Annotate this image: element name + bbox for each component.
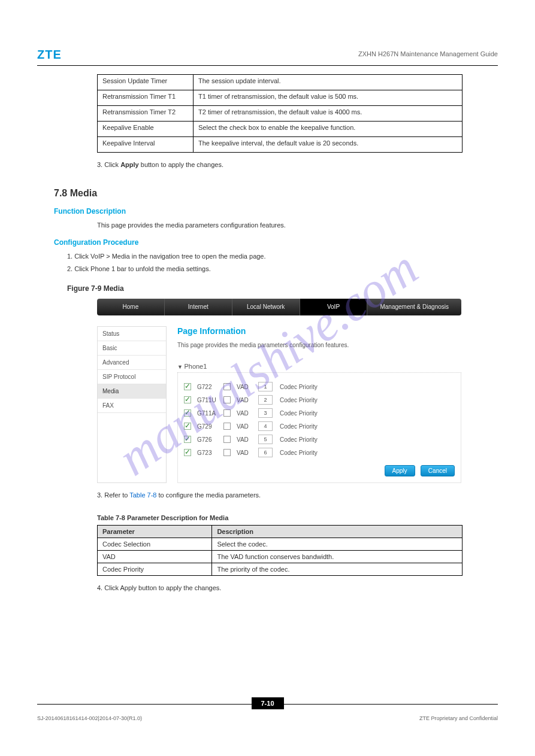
codec-name: G711U <box>197 397 217 403</box>
sidebar-item-media[interactable]: Media <box>98 384 166 399</box>
step-4: 4. Click Apply button to apply the chang… <box>97 583 498 594</box>
codec-checkbox[interactable] <box>184 449 191 456</box>
tbl-ref-link[interactable]: Table 7-8 <box>129 491 156 499</box>
desc-cell: Codec Priority <box>98 563 212 575</box>
param-name: Keepalive Enable <box>98 122 194 137</box>
doc-title: ZXHN H267N Maintenance Management Guide <box>358 50 498 57</box>
cancel-button[interactable]: Cancel <box>421 465 455 476</box>
priority-input[interactable]: 3 <box>258 408 273 418</box>
header-rule <box>37 65 498 66</box>
desc-header: Parameter <box>98 525 212 538</box>
sidebar-item-basic[interactable]: Basic <box>98 341 166 356</box>
vad-label: VAD <box>237 423 252 430</box>
conf-steps: 1. Click VoIP > Media in the navigation … <box>67 251 498 274</box>
footer-right: ZTE Proprietary and Confidential <box>419 715 498 721</box>
priority-input[interactable]: 5 <box>258 435 273 444</box>
codec-checkbox[interactable] <box>184 396 191 403</box>
accordion-phone1[interactable]: Phone1 <box>177 360 461 373</box>
codec-row: G726VAD5Codec Priority <box>184 433 455 446</box>
vad-checkbox[interactable] <box>223 423 231 430</box>
codec-name: G722 <box>197 384 217 390</box>
desc-table: ParameterDescriptionCodec SelectionSelec… <box>97 525 463 576</box>
page-number-badge: 7-10 <box>251 697 283 709</box>
vad-checkbox[interactable] <box>223 383 231 390</box>
priority-input[interactable]: 2 <box>258 395 273 405</box>
sidebar-item-fax[interactable]: FAX <box>98 399 166 413</box>
desc-cell: The VAD function conserves bandwidth. <box>212 550 463 563</box>
sidebar-item-advanced[interactable]: Advanced <box>98 356 166 370</box>
apply-button[interactable]: Apply <box>385 465 415 476</box>
param-desc: T1 timer of retransmission, the default … <box>194 90 463 106</box>
step4-num: 4. <box>97 584 102 591</box>
nav-tab-internet[interactable]: Internet <box>165 299 232 315</box>
vad-label: VAD <box>237 397 252 403</box>
codec-checkbox[interactable] <box>184 383 191 390</box>
sidebar: StatusBasicAdvancedSIP ProtocolMediaFAX <box>97 326 167 483</box>
step4-suffix: button to apply the changes. <box>137 584 221 591</box>
top-nav: HomeInternetLocal NetworkVoIPManagement … <box>97 299 461 315</box>
conf-proc-heading: Configuration Procedure <box>54 238 498 247</box>
step-text: Click <box>104 161 120 168</box>
param-name: Retransmission Timer T1 <box>98 90 194 106</box>
desc-cell: VAD <box>98 550 212 563</box>
param-table: Session Update TimerThe session update i… <box>97 74 463 153</box>
sidebar-item-sip-protocol[interactable]: SIP Protocol <box>98 370 166 384</box>
codec-name: G726 <box>197 436 217 443</box>
apply-label-inline-2: Apply <box>120 584 137 591</box>
func-desc-text: This page provides the media parameters … <box>97 220 498 230</box>
section-heading: 7.8 Media <box>54 188 498 199</box>
codec-row: G722VAD1Codec Priority <box>184 380 455 393</box>
nav-tab-voip[interactable]: VoIP <box>300 299 368 315</box>
param-name: Retransmission Timer T2 <box>98 106 194 122</box>
sidebar-item-status[interactable]: Status <box>98 327 166 341</box>
step-num: 3. <box>97 161 102 168</box>
codec-name: G723 <box>197 450 217 456</box>
priority-label: Codec Priority <box>280 423 318 430</box>
priority-input[interactable]: 4 <box>258 421 273 431</box>
priority-input[interactable]: 1 <box>258 382 273 391</box>
param-name: Keepalive Interval <box>98 137 194 153</box>
codec-row: G729VAD4Codec Priority <box>184 420 455 433</box>
vad-checkbox[interactable] <box>223 396 231 403</box>
codec-checkbox[interactable] <box>184 409 191 417</box>
codec-checkbox[interactable] <box>184 423 191 430</box>
figure-label: Figure 7-9 Media <box>67 284 498 293</box>
page-info-title: Page Information <box>177 326 461 336</box>
param-desc: The keepalive interval, the default valu… <box>194 137 463 153</box>
table-caption: Table 7-8 Parameter Description for Medi… <box>97 514 498 521</box>
codec-row: G723VAD6Codec Priority <box>184 446 455 459</box>
vad-checkbox[interactable] <box>223 436 231 443</box>
vad-label: VAD <box>237 450 252 456</box>
page-footer: 7-10 SJ-20140618161414-002|2014-07-30(R1… <box>37 704 498 721</box>
vad-checkbox[interactable] <box>223 409 231 417</box>
nav-tab-management-diagnosis[interactable]: Management & Diagnosis <box>367 299 461 315</box>
conf-step: 1. Click VoIP > Media in the navigation … <box>67 251 498 262</box>
codec-checkbox[interactable] <box>184 436 191 443</box>
tbl-ref-suffix: to configure the media parameters. <box>156 491 261 499</box>
desc-cell: The priority of the codec. <box>212 563 463 575</box>
codec-row: G711UVAD2Codec Priority <box>184 393 455 406</box>
priority-label: Codec Priority <box>280 450 318 456</box>
vad-label: VAD <box>237 384 252 390</box>
apply-label-inline: Apply <box>120 161 139 168</box>
priority-label: Codec Priority <box>280 436 318 443</box>
table-ref-line: 3. Refer to Table 7-8 to configure the m… <box>97 490 498 501</box>
vad-label: VAD <box>237 436 252 443</box>
param-desc: Select the check box to enable the keepa… <box>194 122 463 137</box>
desc-cell: Codec Selection <box>98 538 212 550</box>
nav-tab-local-network[interactable]: Local Network <box>232 299 300 315</box>
page-info-desc: This page provides the media parameters … <box>177 342 461 348</box>
nav-tab-home[interactable]: Home <box>97 299 165 315</box>
func-desc-heading: Function Description <box>54 207 498 215</box>
param-desc: T2 timer of retransmission, the default … <box>194 106 463 122</box>
desc-header: Description <box>212 525 463 538</box>
accordion-body: G722VAD1Codec PriorityG711UVAD2Codec Pri… <box>177 373 461 483</box>
vad-label: VAD <box>237 410 252 417</box>
param-name: Session Update Timer <box>98 75 194 90</box>
priority-input[interactable]: 6 <box>258 448 273 457</box>
codec-row: G711AVAD3Codec Priority <box>184 406 455 420</box>
priority-label: Codec Priority <box>280 384 318 390</box>
vad-checkbox[interactable] <box>223 449 231 456</box>
step-3: 3. Click Apply button to apply the chang… <box>97 160 498 170</box>
param-desc: The session update interval. <box>194 75 463 90</box>
